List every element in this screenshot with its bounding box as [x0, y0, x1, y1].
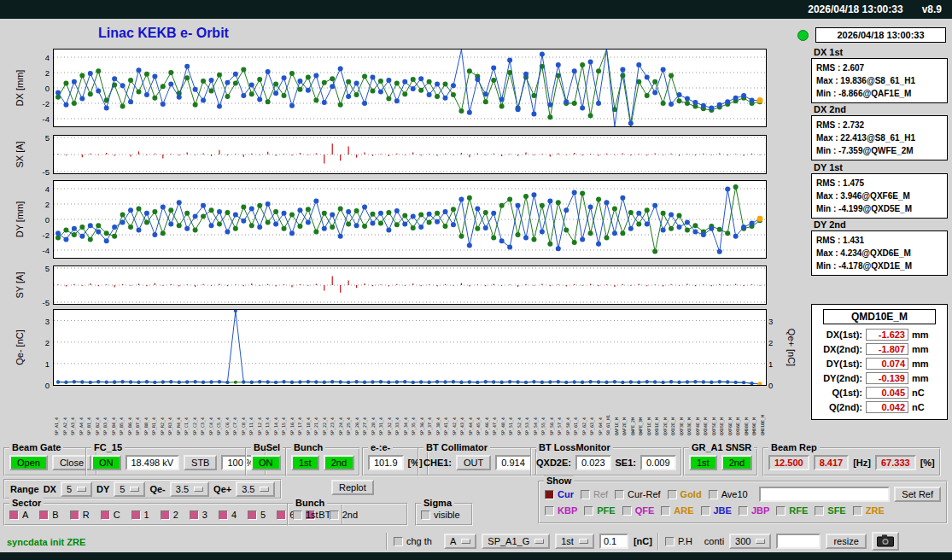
checkbox-label: B: [52, 510, 58, 520]
busel-on-button[interactable]: ON: [251, 455, 281, 470]
bpm-label: SP_C4_4: [207, 387, 215, 435]
plot-dy[interactable]: DY [mm] 420-2-4: [53, 180, 767, 259]
axis-tick-label: 2: [45, 200, 50, 209]
plot-sx[interactable]: SX [A] 5-5: [53, 135, 767, 174]
checkbox-indicator: [701, 506, 710, 516]
checkbox-chg-th[interactable]: chg th: [394, 536, 432, 546]
checkbox-r[interactable]: R: [70, 510, 90, 520]
bunch-1st-button[interactable]: 1st: [291, 455, 319, 470]
stat-box: RMS : 1.431 Max : 4.234@QXD6E_M Min : -4…: [811, 230, 948, 276]
plot-sy[interactable]: SY [A] 5-5: [53, 265, 767, 305]
checkbox-jbe[interactable]: JBE: [701, 505, 732, 516]
checkbox-label: 2nd: [342, 510, 358, 520]
sector-select[interactable]: A: [444, 534, 476, 549]
fc15-on-button[interactable]: ON: [91, 455, 121, 470]
checkbox-2nd[interactable]: 2nd: [330, 510, 358, 520]
checkbox-indicator: [161, 510, 170, 520]
stat-box: RMS : 2.732 Max : 22.413@S8_61_H1 Min : …: [811, 115, 948, 160]
group-beam-rep: Beam Rep 12.500 8.417 [Hz] 67.333 [%]: [762, 447, 941, 476]
group-label: FC_15: [91, 442, 125, 452]
axis-tick-label: 5: [45, 133, 50, 143]
checkbox-sfe[interactable]: SFE: [815, 505, 845, 516]
checkbox-label: JBP: [751, 505, 769, 516]
qxd2e-value: 0.023: [575, 455, 611, 470]
checkbox-visible[interactable]: visible: [421, 510, 460, 520]
replot-button[interactable]: Replot: [331, 480, 374, 495]
checkbox-cur[interactable]: Cur: [545, 489, 574, 499]
range-qem-select[interactable]: 3.5: [170, 481, 209, 497]
fc15-stb-button[interactable]: STB: [184, 455, 217, 470]
checkbox-a[interactable]: A: [9, 510, 28, 520]
extra-input[interactable]: [776, 534, 821, 549]
axis-tick-label: -2: [43, 230, 50, 240]
checkbox-qfe[interactable]: QFE: [622, 505, 655, 516]
bunch-select[interactable]: 1st: [555, 534, 594, 549]
checkbox-4[interactable]: 4: [219, 510, 237, 520]
screenshot-button[interactable]: [872, 532, 899, 551]
range-dx-select[interactable]: 5: [61, 481, 92, 497]
checkbox-2[interactable]: 2: [161, 510, 178, 520]
checkbox-kbp[interactable]: KBP: [545, 505, 577, 516]
group-label: Beam Rep: [768, 442, 820, 452]
bpm-label: SP_A3_4: [69, 387, 77, 435]
monitor-row-label: DY(1st):: [816, 359, 862, 369]
bpm-label: S8_61_H1: [604, 387, 612, 435]
set-ref-button[interactable]: Set Ref: [894, 487, 941, 502]
range-dy-select[interactable]: 5: [114, 481, 145, 497]
checkbox-zre[interactable]: ZRE: [853, 505, 885, 516]
range-qep-select[interactable]: 3.5: [236, 481, 275, 497]
snsr-1st-button[interactable]: 1st: [689, 455, 717, 470]
bpm-label: SP_54_4: [532, 387, 540, 435]
plot-dy-axis-label: DY [mm]: [15, 201, 25, 238]
dropdown-indicator-icon: [534, 539, 544, 544]
checkbox-5[interactable]: 5: [248, 510, 266, 520]
checkbox-rfe[interactable]: RFE: [776, 505, 808, 516]
checkbox-b[interactable]: B: [39, 510, 58, 520]
che1-state-button[interactable]: OUT: [456, 455, 491, 470]
checkbox-label: ZRE: [866, 505, 885, 516]
set-ref-input[interactable]: [759, 487, 891, 502]
checkbox-label: SFE: [827, 505, 845, 516]
checkbox-ref[interactable]: Ref: [581, 489, 608, 499]
snsr-2nd-button[interactable]: 2nd: [721, 455, 752, 470]
checkbox-cur-ref[interactable]: Cur-Ref: [615, 489, 661, 499]
plot-dx[interactable]: DX [mm] 420-2-4: [53, 49, 767, 127]
beam-rep-value-1: 12.500: [768, 455, 809, 470]
bpm-label: SP_18_4: [305, 387, 312, 435]
checkbox-ave10[interactable]: Ave10: [709, 489, 748, 499]
checkbox-ph[interactable]: P.H: [665, 536, 692, 546]
checkbox-pfe[interactable]: PFE: [584, 505, 615, 516]
plot-charge[interactable]: Qe- [nC] Qe+ [nC] 3210 3210: [53, 309, 767, 386]
bpm-selected: SP_A1_G: [488, 536, 529, 546]
range-dx-selected: 5: [67, 484, 72, 494]
beam-gate-open-button[interactable]: Open: [9, 455, 48, 470]
threshold-input[interactable]: [599, 534, 628, 549]
stat-title: DY 1st: [814, 162, 948, 172]
checkbox-label: P.H: [678, 536, 692, 546]
bpm-label: SP_15_4: [280, 387, 288, 435]
axis-tick-label: 4: [45, 184, 50, 194]
checkbox-1[interactable]: 1: [131, 510, 149, 520]
show-options-row: CurRefCur-RefGoldAve10: [545, 489, 755, 499]
checkbox-are[interactable]: ARE: [661, 505, 693, 516]
checkbox-c[interactable]: C: [101, 510, 120, 520]
beam-rep-hz-unit: [Hz]: [853, 458, 871, 468]
dropdown-indicator-icon: [461, 539, 470, 544]
checkbox-1st[interactable]: 1st: [293, 510, 318, 520]
bpm-label: SP_B7_4: [134, 387, 142, 435]
checkbox-3[interactable]: 3: [190, 510, 207, 520]
checkbox-gold[interactable]: Gold: [668, 489, 702, 499]
che1-value: 0.914: [495, 455, 531, 470]
monitor-row-label: Q(1st):: [816, 388, 862, 398]
resize-button[interactable]: resize: [826, 534, 866, 549]
checkbox-indicator: [277, 510, 286, 520]
checkbox-jbp[interactable]: JBP: [739, 505, 769, 516]
checkbox-label: 5: [260, 510, 266, 520]
group-beam-gate: Beam Gate Open Close: [3, 447, 97, 476]
bpm-label: QXF6E_M: [727, 387, 734, 435]
bunch-2nd-button[interactable]: 2nd: [324, 455, 354, 470]
interval-select[interactable]: 300: [729, 534, 771, 549]
bpm-select[interactable]: SP_A1_G: [482, 534, 550, 549]
range-qep-label: Qe+: [213, 484, 231, 494]
checkbox-indicator: [248, 510, 257, 520]
